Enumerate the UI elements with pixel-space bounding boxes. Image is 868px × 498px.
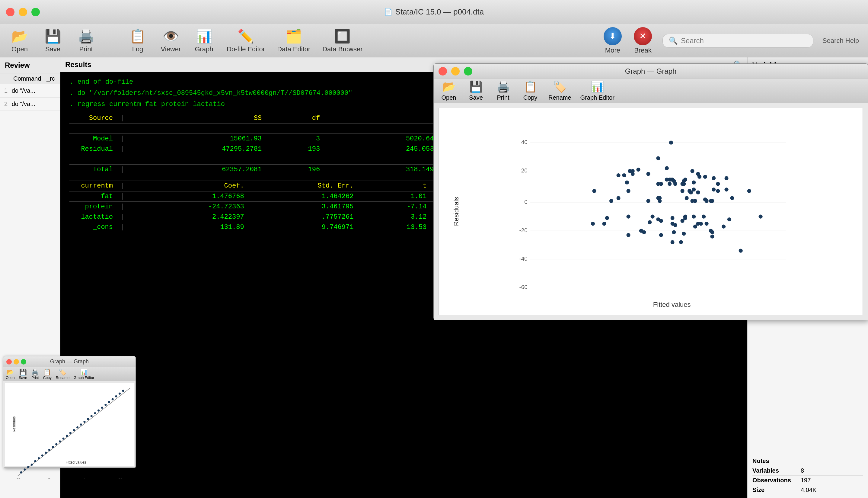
small-save-button[interactable]: 💾 Save <box>19 368 27 380</box>
small-scatter-plot: Residuals Fitted values <box>5 383 134 466</box>
svg-point-26 <box>710 234 714 238</box>
svg-point-53 <box>625 180 629 184</box>
svg-point-100 <box>616 196 621 200</box>
svg-point-27 <box>716 189 720 193</box>
review-item-num: 2 <box>4 101 8 107</box>
data-editor-button[interactable]: 🗂️ Data Editor <box>277 28 310 53</box>
graph-title-text: Graph — Graph <box>625 67 677 76</box>
svg-point-113 <box>34 460 36 462</box>
small-copy-button[interactable]: 📋 Copy <box>43 368 52 380</box>
print-button[interactable]: 🖨️ Print <box>76 28 97 53</box>
graph-copy-button[interactable]: 📋 Copy <box>521 80 539 101</box>
var-stat-size: Size 4.04K <box>752 485 863 495</box>
svg-point-122 <box>66 435 68 437</box>
svg-point-16 <box>592 189 596 193</box>
data-editor-icon: 🗂️ <box>285 28 302 44</box>
svg-point-120 <box>59 440 61 443</box>
small-print-button[interactable]: 🖨️ Print <box>31 368 39 380</box>
save-button[interactable]: 💾 Save <box>42 28 63 53</box>
svg-point-88 <box>685 196 689 200</box>
svg-point-40 <box>680 182 684 186</box>
graph-print-button[interactable]: 🖨️ Print <box>494 80 512 101</box>
svg-point-132 <box>101 406 103 409</box>
graph-title-bar: Graph — Graph <box>434 64 868 79</box>
svg-point-127 <box>83 421 85 423</box>
var-stat-observations: Observations 197 <box>752 476 863 485</box>
svg-point-83 <box>747 189 751 193</box>
svg-point-121 <box>63 437 65 440</box>
log-button[interactable]: 📋 Log <box>127 28 148 53</box>
svg-point-118 <box>52 446 54 448</box>
graph-editor-button[interactable]: 📊 Graph Editor <box>580 80 614 101</box>
scatter-plot: Residuals Fitted values 40 20 0 -20 -40 … <box>438 108 863 315</box>
small-rename-button[interactable]: 🏷️ Rename <box>56 368 69 380</box>
var-stat-notes: Notes <box>752 456 863 466</box>
break-button[interactable]: ✕ Break <box>632 27 653 54</box>
svg-point-75 <box>716 182 720 186</box>
svg-point-72 <box>682 232 686 236</box>
svg-point-46 <box>646 172 650 176</box>
svg-point-48 <box>680 189 684 193</box>
svg-point-128 <box>87 418 89 420</box>
dofile-editor-button[interactable]: ✏️ Do-file Editor <box>227 28 265 53</box>
svg-point-47 <box>670 222 675 226</box>
list-item[interactable]: 2 do "/va... <box>0 97 60 111</box>
svg-point-94 <box>646 199 650 203</box>
svg-point-133 <box>105 404 107 406</box>
graph-save-icon: 💾 <box>469 80 483 93</box>
small-window-controls <box>6 359 26 365</box>
more-button[interactable]: ⬇ More <box>602 27 623 54</box>
graph-window-small: Graph — Graph 📂 Open 💾 Save 🖨️ Print 📋 C… <box>3 356 136 468</box>
graph-rename-button[interactable]: 🏷️ Rename <box>548 80 571 101</box>
close-button[interactable] <box>6 8 14 16</box>
svg-point-66 <box>712 176 716 180</box>
svg-point-135 <box>112 398 114 400</box>
data-browser-button[interactable]: 🔲 Data Browser <box>322 28 363 53</box>
small-graph-minimize-button[interactable] <box>14 359 19 365</box>
svg-point-44 <box>616 173 621 177</box>
svg-point-109 <box>20 471 22 473</box>
small-graph-title-text: Graph — Graph <box>50 358 89 365</box>
svg-text:80: 80 <box>118 477 122 480</box>
graph-window-large: Graph — Graph 📂 Open 💾 Save 🖨️ Print 📋 C… <box>433 63 868 320</box>
small-graph-editor-button[interactable]: 📊 Graph Editor <box>73 368 94 380</box>
svg-point-33 <box>690 199 694 203</box>
small-open-button[interactable]: 📂 Open <box>6 368 14 380</box>
svg-point-18 <box>656 156 660 160</box>
open-button[interactable]: 📂 Open <box>9 28 30 53</box>
svg-point-96 <box>683 216 687 220</box>
maximize-button[interactable] <box>31 8 40 16</box>
graph-button[interactable]: 📊 Graph <box>193 28 215 53</box>
graph-save-button[interactable]: 💾 Save <box>467 80 485 101</box>
graph-editor-icon: 📊 <box>591 80 604 93</box>
svg-point-51 <box>730 196 734 200</box>
svg-point-80 <box>680 219 684 223</box>
svg-point-60 <box>636 168 640 172</box>
svg-point-112 <box>31 463 33 466</box>
svg-point-138 <box>122 390 124 392</box>
svg-text:-20: -20 <box>519 227 527 234</box>
search-help-label: Search Help <box>823 37 859 45</box>
svg-point-103 <box>670 216 675 220</box>
svg-text:40: 40 <box>48 477 51 480</box>
graph-icon: 📊 <box>196 28 213 44</box>
svg-point-89 <box>693 224 697 228</box>
minimize-button[interactable] <box>19 8 27 16</box>
svg-point-52 <box>602 222 606 226</box>
graph-maximize-button[interactable] <box>464 67 472 76</box>
small-graph-maximize-button[interactable] <box>21 359 26 365</box>
svg-point-101 <box>642 230 646 234</box>
list-item[interactable]: 1 do "/va... <box>0 84 60 97</box>
graph-minimize-button[interactable] <box>451 67 460 76</box>
svg-point-68 <box>609 199 613 203</box>
svg-point-106 <box>712 187 716 192</box>
viewer-button[interactable]: 👁️ Viewer <box>160 28 181 53</box>
graph-open-button[interactable]: 📂 Open <box>440 80 458 101</box>
small-graph-close-button[interactable] <box>6 359 12 365</box>
scatter-svg: 40 20 0 -20 -40 -60 20 40 60 80 1C <box>463 114 854 290</box>
search-box[interactable]: 🔍 <box>663 34 813 48</box>
graph-close-button[interactable] <box>438 67 447 76</box>
svg-point-67 <box>727 218 731 221</box>
search-input[interactable] <box>681 37 807 45</box>
svg-point-20 <box>665 166 669 170</box>
